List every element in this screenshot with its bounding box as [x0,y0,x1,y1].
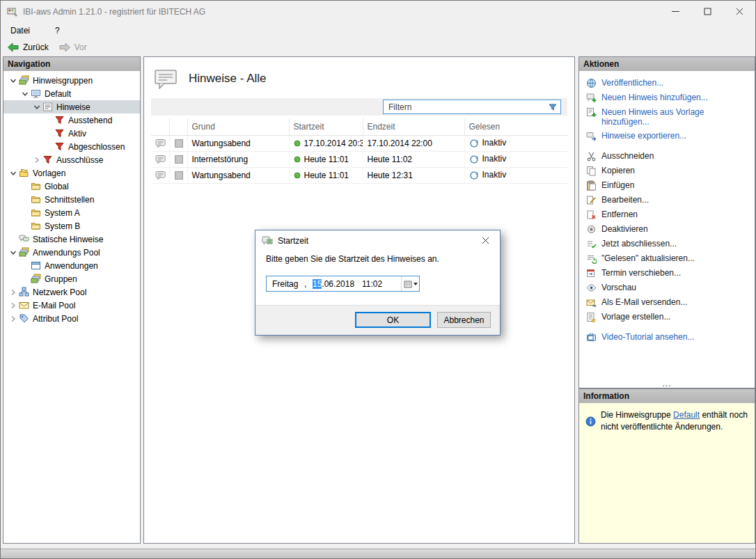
note-bubble-icon [155,139,166,148]
column-header-icon-1[interactable] [169,118,187,135]
actions-panel: Aktionen Veröffentlichen...Neuen Hinweis… [578,56,755,388]
filter-icon[interactable] [545,102,560,112]
tree-item-attribut-pool[interactable]: Attribut Pool [3,312,140,325]
cell-note-icon [151,167,169,183]
minimize-button[interactable] [659,1,691,22]
ok-button[interactable]: OK [355,312,431,328]
chevron-down-icon[interactable] [31,103,42,111]
dialog-close-button[interactable] [475,233,496,249]
menu-help[interactable]: ? [52,24,63,37]
chevron-down-icon[interactable] [8,169,19,178]
maximize-button[interactable] [691,1,723,22]
action-entfernen[interactable]: Entfernen [579,207,755,222]
date-time-segment[interactable]: 11:02 [362,279,382,289]
tree-item-system-b[interactable]: System B [3,219,140,233]
tree-item-anwendungs-pool[interactable]: Anwendungs Pool [3,246,140,259]
tree-item-hinweise[interactable]: Hinweise [3,100,140,113]
tree-item-schnittstellen[interactable]: Schnittstellen [3,193,140,206]
tree-item-system-a[interactable]: System A [3,206,140,219]
tree-item-ausstehend[interactable]: Ausstehend [3,113,140,127]
action-neuen-hinweis-aus-vorlage-hinzufugen[interactable]: Neuen Hinweis aus Vorlage hinzufügen... [579,105,755,129]
action-label: Vorschau [601,283,636,292]
action-bearbeiten[interactable]: Bearbeiten... [579,193,755,207]
column-header-endzeit[interactable]: Endzeit [363,118,464,135]
title-bar[interactable]: IBI-aws Admin 1.21.0 - registriert für I… [1,1,755,22]
publish-icon [586,78,597,88]
cell-gelesen: Inaktiv [464,135,567,151]
table-row[interactable]: WartungsabendHeute 11:01Heute 12:31Inakt… [151,167,567,183]
maximize-icon [704,8,711,15]
copy-icon [586,166,597,176]
tree-item-e-mail-pool[interactable]: E-Mail Pool [3,299,140,312]
menu-datei[interactable]: Datei [8,24,33,37]
column-header-grund[interactable]: Grund [187,118,289,135]
action-einfugen[interactable]: Einfügen [579,178,755,193]
chevron-right-icon[interactable] [8,288,19,297]
action-label: Ausschneiden [601,151,654,161]
chevron-right-icon[interactable] [8,301,19,310]
action-jetzt-abschliessen[interactable]: Jetzt abschliessen... [579,237,755,251]
tree-item-label: Default [45,89,71,99]
attribute-icon [19,313,29,324]
action-als-e-mail-versenden[interactable]: Als E-Mail versenden... [579,295,755,310]
gray-square-icon [174,171,184,180]
export-icon [586,131,597,141]
table-row[interactable]: Wartungsabend17.10.2014 20:3017.10.2014 … [151,135,567,151]
action-veroffentlichen[interactable]: Veröffentlichen... [579,76,755,90]
tree-item-netzwerk-pool[interactable]: Netzwerk Pool [3,285,140,299]
action-termin-verschieben[interactable]: Termin verschieben... [579,266,755,281]
back-button[interactable]: Zurück [4,42,52,53]
tree-item-global[interactable]: Global [3,180,140,193]
tree-item-aktiv[interactable]: Aktiv [3,127,140,140]
column-header-icon-0[interactable] [151,118,169,135]
back-label: Zurück [23,42,49,52]
chevron-down-icon[interactable] [8,77,19,85]
tree-item-hinweisgruppen[interactable]: Hinweisgruppen [3,74,140,87]
navigation-header: Navigation [3,57,140,71]
tree-item-abgeschlossen[interactable]: Abgeschlossen [3,140,140,153]
tree-item-anwendungen[interactable]: Anwendungen [3,259,140,272]
table-row[interactable]: InternetstörungHeute 11:01Heute 11:02Ina… [151,151,567,167]
action-label: Neuen Hinweis aus Vorlage hinzufügen... [601,107,749,127]
dialog-body: Bitte geben Sie die Startzeit des Hinwei… [255,251,500,305]
information-panel: Information Die Hinweisgruppe Default en… [578,388,755,544]
actions-overflow-indicator[interactable]: ... [579,380,755,387]
action-label: Einfügen [601,180,634,190]
default-group-link[interactable]: Default [673,410,700,420]
action-kopieren[interactable]: Kopieren [579,164,755,178]
chevron-down-icon[interactable] [19,90,31,98]
cancel-button[interactable]: Abbrechen [437,312,491,328]
start-date-picker[interactable]: Freitag , 15 .06.2018 11:02 [266,276,420,292]
action-gelesen-aktualisieren[interactable]: "Gelesen" aktualisieren... [579,251,755,266]
chevron-down-icon[interactable] [8,249,19,257]
action-ausschneiden[interactable]: Ausschneiden [579,149,755,164]
date-day-segment[interactable]: Freitag [272,279,304,289]
date-day-selected-segment[interactable]: 15 [313,279,322,289]
action-video-tutorial-ansehen[interactable]: Video-Tutorial ansehen... [579,330,755,345]
column-header-gelesen[interactable]: Gelesen [464,118,567,135]
close-button[interactable] [723,1,755,22]
action-vorschau[interactable]: Vorschau [579,281,755,295]
action-hinweise-exportieren[interactable]: Hinweise exportieren... [579,129,755,143]
deactivate-icon [586,224,597,235]
action-deaktivieren[interactable]: Deaktivieren [579,222,755,237]
tree-item-default[interactable]: Default [3,87,140,100]
action-neuen-hinweis-hinzufugen[interactable]: Neuen Hinweis hinzufügen... [579,90,755,105]
chevron-right-icon[interactable] [8,315,19,323]
tree-item-gruppen[interactable]: Gruppen [3,272,140,285]
action-vorlage-erstellen[interactable]: Vorlage erstellen... [579,310,755,324]
column-header-startzeit[interactable]: Startzeit [289,118,363,135]
chevron-right-icon[interactable] [31,156,42,164]
gray-square-icon [174,139,184,148]
filter-input[interactable] [384,100,545,113]
tree-item-ausschlusse[interactable]: Ausschlüsse [3,153,140,166]
date-rest-segment[interactable]: .06.2018 [322,279,354,289]
tree-item-label: Attribut Pool [33,314,78,324]
tree-item-vorlagen[interactable]: Vorlagen [3,166,140,180]
forward-button[interactable]: Vor [56,42,90,53]
dialog-title-bar[interactable]: Startzeit [255,230,500,251]
dialog-icon [262,235,273,246]
tree-item-statische-hinweise[interactable]: Statische Hinweise [3,233,140,246]
calendar-dropdown-button[interactable] [401,276,419,291]
action-label: Video-Tutorial ansehen... [601,332,694,342]
